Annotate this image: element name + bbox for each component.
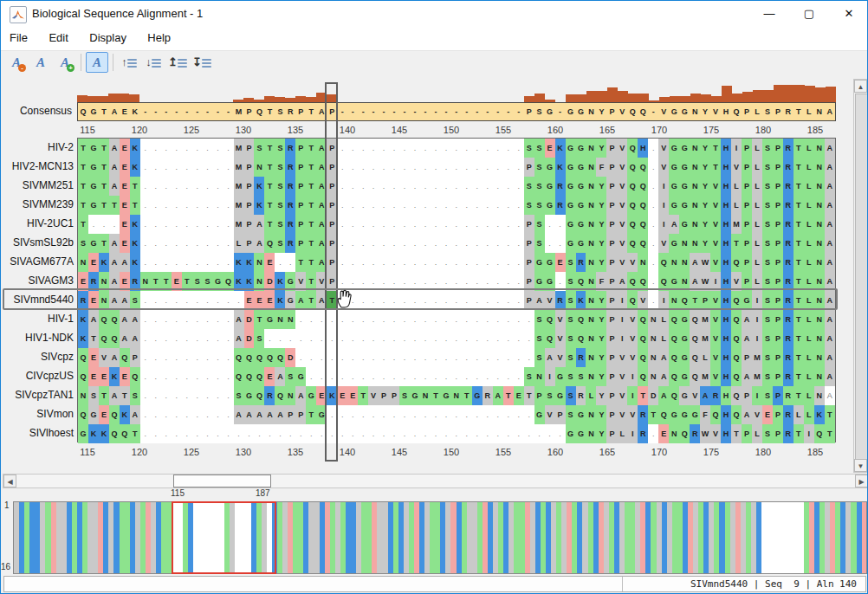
alignment-cell[interactable]: . [151, 367, 161, 386]
alignment-cell[interactable]: A [690, 272, 700, 291]
alignment-cell[interactable]: N [586, 348, 596, 367]
alignment-cell[interactable]: . [503, 424, 514, 443]
alignment-cell[interactable]: T [794, 196, 804, 215]
alignment-cell[interactable]: . [410, 348, 420, 367]
alignment-cell[interactable]: . [213, 424, 223, 443]
alignment-cell[interactable]: . [172, 424, 182, 443]
alignment-cell[interactable]: . [524, 310, 534, 329]
alignment-cell[interactable]: L [752, 177, 762, 196]
alignment-cell[interactable]: . [431, 272, 441, 291]
alignment-cell[interactable]: A [109, 291, 120, 310]
alignment-cell[interactable]: . [151, 291, 161, 310]
alignment-cell[interactable]: V [658, 234, 669, 253]
alignment-cell[interactable]: G [679, 215, 690, 234]
alignment-cell[interactable]: Q [99, 329, 109, 348]
alignment-cell[interactable]: Q [690, 310, 700, 329]
scroll-up-arrow[interactable]: ▲ [854, 80, 867, 93]
alignment-cell[interactable]: G [576, 196, 586, 215]
sequence-name-SIVsmSL92b[interactable]: SIVsmSL92b [1, 233, 74, 252]
alignment-cell[interactable]: Q [254, 386, 264, 405]
alignment-cell[interactable]: P [379, 386, 389, 405]
alignment-cell[interactable]: S [762, 139, 773, 158]
alignment-cell[interactable]: . [431, 196, 441, 215]
alignment-cell[interactable]: K [254, 177, 264, 196]
alignment-cell[interactable]: V [710, 310, 721, 329]
alignment-cell[interactable]: N [586, 253, 596, 272]
alignment-cell[interactable]: V [658, 139, 669, 158]
alignment-cell[interactable]: . [483, 272, 493, 291]
alignment-cell[interactable]: G [88, 158, 99, 177]
alignment-cell[interactable]: Q [234, 348, 244, 367]
alignment-cell[interactable]: . [431, 253, 441, 272]
alignment-cell[interactable]: . [441, 272, 451, 291]
alignment-cell[interactable]: A [742, 367, 752, 386]
alignment-cell[interactable]: N [814, 386, 825, 405]
alignment-cell[interactable]: . [410, 367, 420, 386]
alignment-cell[interactable]: . [368, 272, 379, 291]
alignment-cell[interactable]: A [700, 386, 710, 405]
alignment-cell[interactable]: P [742, 196, 752, 215]
alignment-cell[interactable]: . [347, 272, 358, 291]
alignment-cell[interactable]: . [441, 329, 451, 348]
alignment-cell[interactable]: P [742, 272, 752, 291]
alignment-cell[interactable]: . [192, 234, 203, 253]
alignment-cell[interactable]: L [804, 310, 814, 329]
alignment-cell[interactable]: G [88, 196, 99, 215]
alignment-cell[interactable]: E [88, 291, 99, 310]
alignment-cell[interactable]: I [627, 424, 638, 443]
alignment-cell[interactable]: Y [700, 234, 710, 253]
alignment-cell[interactable]: R [783, 291, 794, 310]
alignment-cell[interactable]: . [410, 405, 420, 424]
alignment-cell[interactable]: T [794, 234, 804, 253]
alignment-cell[interactable]: . [172, 234, 182, 253]
alignment-cell[interactable]: P [773, 272, 783, 291]
alignment-cell[interactable]: . [483, 253, 493, 272]
alignment-cell[interactable]: G [576, 215, 586, 234]
alignment-cell[interactable]: N [814, 348, 825, 367]
alignment-cell[interactable]: V [731, 272, 742, 291]
alignment-cell[interactable]: A [275, 405, 285, 424]
alignment-cell[interactable]: . [514, 196, 524, 215]
alignment-cell[interactable]: K [576, 291, 586, 310]
alignment-cell[interactable]: . [140, 234, 151, 253]
alignment-cell[interactable]: E [120, 367, 130, 386]
sequence-row-SIVlhoest[interactable]: GKKQQT..................................… [78, 424, 835, 443]
alignment-cell[interactable]: . [182, 177, 192, 196]
alignment-cell[interactable]: P [742, 386, 752, 405]
alignment-cell[interactable]: P [773, 348, 783, 367]
alignment-cell[interactable]: Q [638, 367, 648, 386]
alignment-cell[interactable]: . [472, 291, 483, 310]
alignment-cell[interactable]: T [264, 158, 275, 177]
alignment-cell[interactable]: S [275, 177, 285, 196]
alignment-cell[interactable]: L [804, 386, 814, 405]
alignment-cell[interactable]: N [254, 158, 264, 177]
alignment-cell[interactable]: W [700, 272, 710, 291]
alignment-cell[interactable]: R [576, 386, 586, 405]
alignment-cell[interactable]: G [679, 177, 690, 196]
alignment-cell[interactable]: . [420, 348, 431, 367]
alignment-cell[interactable]: N [690, 158, 700, 177]
alignment-cell[interactable]: H [721, 272, 731, 291]
alignment-cell[interactable]: . [213, 405, 223, 424]
alignment-cell[interactable]: Q [109, 310, 120, 329]
alignment-cell[interactable]: . [213, 253, 223, 272]
alignment-cell[interactable]: L [752, 158, 762, 177]
move-sequence-up-button[interactable]: ↑ [118, 52, 140, 73]
alignment-cell[interactable]: . [99, 215, 109, 234]
alignment-cell[interactable]: . [358, 177, 368, 196]
alignment-cell[interactable]: A [130, 329, 140, 348]
alignment-cell[interactable]: P [606, 329, 617, 348]
alignment-cell[interactable]: Q [638, 310, 648, 329]
alignment-cell[interactable]: . [182, 196, 192, 215]
alignment-cell[interactable]: . [347, 158, 358, 177]
alignment-cell[interactable]: . [223, 215, 234, 234]
alignment-cell[interactable]: K [555, 139, 566, 158]
alignment-cell[interactable]: P [327, 139, 337, 158]
alignment-cell[interactable]: . [88, 215, 99, 234]
alignment-cell[interactable]: V [617, 367, 627, 386]
alignment-cell[interactable]: Q [223, 272, 234, 291]
alignment-cell[interactable]: R [264, 386, 275, 405]
alignment-cell[interactable]: V [710, 253, 721, 272]
alignment-cell[interactable]: . [462, 177, 472, 196]
alignment-cell[interactable]: Q [109, 329, 120, 348]
